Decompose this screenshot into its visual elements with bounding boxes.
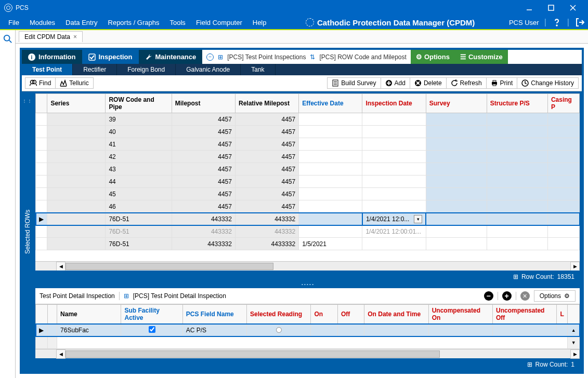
search-strip[interactable] [0,30,16,378]
cell-survey[interactable] [426,126,487,138]
menu-help[interactable]: Help [247,17,272,29]
menu-field-computer[interactable]: Field Computer [191,17,247,29]
print-button[interactable]: Print [487,78,518,88]
detail-cell-on[interactable] [311,324,337,336]
cell-casingp[interactable] [547,176,579,188]
column-header-milepost[interactable]: Milepost [172,94,235,113]
cell-survey[interactable] [426,213,487,225]
cell-inspdate[interactable] [362,200,426,213]
add-button[interactable]: Add [381,78,410,88]
detail-grid-hscroll[interactable]: ◀ ▶ [35,349,580,358]
sub-tab-galvanic-anode[interactable]: Galvanic Anode [176,64,241,75]
cell-relmilepost[interactable]: 4433332 [235,238,298,250]
cell-inspdate[interactable] [362,188,426,200]
cell-survey[interactable] [426,113,487,126]
cell-rowcode[interactable]: 45 [106,188,172,200]
detail-cell-uncompoff[interactable] [493,324,557,336]
cell-structps[interactable] [487,126,547,138]
cell-effdate[interactable] [299,176,362,188]
scroll-right-icon[interactable]: ▶ [570,262,580,271]
cell-rowcode[interactable]: 76D-51 [106,213,172,225]
refresh-button[interactable]: Refresh [447,78,487,88]
cell-effdate[interactable] [299,151,362,163]
cell-series[interactable] [47,138,106,151]
swap-icon[interactable]: ⇅ [310,53,315,61]
cell-structps[interactable] [487,138,547,151]
cell-survey[interactable] [426,163,487,176]
cell-casingp[interactable] [547,163,579,176]
detail-cell-selreading[interactable] [247,324,311,336]
detail-cell-uncompon[interactable] [428,324,492,336]
row-indicator-icon[interactable] [36,138,47,151]
cell-casingp[interactable] [547,225,579,238]
cell-survey[interactable] [426,200,487,213]
cell-rowcode[interactable]: 42 [106,151,172,163]
detail-col-pcsfield[interactable]: PCS Field Name [182,305,246,324]
table-row[interactable]: 3944574457 [36,113,580,126]
cell-structps[interactable] [487,225,547,238]
cell-inspdate[interactable] [362,151,426,163]
cell-milepost[interactable]: 4457 [172,188,235,200]
cell-casingp[interactable] [547,113,579,126]
cell-structps[interactable] [487,238,547,250]
cell-casingp[interactable] [547,200,579,213]
cell-inspdate[interactable]: 1/4/2021 12:00:01... [362,225,426,238]
row-indicator-icon[interactable] [36,176,47,188]
detail-add-button[interactable]: + [502,291,512,301]
menu-reports[interactable]: Reports / Graphs [103,17,165,29]
cell-series[interactable] [47,113,106,126]
detail-col-uncompoff[interactable]: Uncompensated Off [493,305,557,324]
detail-close-button[interactable]: × [520,291,530,301]
row-indicator-icon[interactable] [36,200,47,213]
cell-structps[interactable] [487,151,547,163]
cell-rowcode[interactable]: 76D-51 [106,238,172,250]
collapse-icon[interactable]: − [206,53,214,61]
table-row[interactable]: 76D-514433324433321/4/2021 12:00:01... [36,225,580,238]
table-row[interactable]: 4144574457 [36,138,580,151]
vscroll-down-icon[interactable]: ▼ [568,336,580,349]
sub-tab-test-point[interactable]: Test Point [22,64,73,75]
cell-relmilepost[interactable]: 4457 [235,151,298,163]
cell-effdate[interactable] [299,213,362,225]
cell-effdate[interactable] [299,188,362,200]
scroll-right-icon[interactable]: ▶ [570,349,580,359]
cell-effdate[interactable] [299,138,362,151]
column-header-relmilepost[interactable]: Relative Milepost [235,94,298,113]
close-tab-icon[interactable]: × [73,33,77,40]
context-link-inspections[interactable]: [PCS] Test Point Inspections [227,53,306,61]
cell-relmilepost[interactable]: 4457 [235,176,298,188]
detail-cell-l[interactable] [557,324,568,336]
cell-series[interactable] [47,176,106,188]
detail-cell-ondate[interactable] [364,324,428,336]
cell-inspdate[interactable] [362,238,426,250]
row-indicator-icon[interactable]: ▶ [36,324,48,336]
window-minimize-button[interactable] [518,0,540,16]
scroll-left-icon[interactable]: ◀ [56,262,66,271]
detail-options-button[interactable]: Options ⚙ [534,290,576,302]
cell-structps[interactable] [487,113,547,126]
mode-tab-information[interactable]: i Information [22,50,82,64]
cell-relmilepost[interactable]: 4457 [235,163,298,176]
cell-structps[interactable] [487,176,547,188]
table-row[interactable]: 4244574457 [36,151,580,163]
menu-tools[interactable]: Tools [165,17,191,29]
cell-relmilepost[interactable]: 4457 [235,200,298,213]
cell-inspdate[interactable]: 1/4/2021 12:0...▾ [362,213,426,225]
detail-col-ondate[interactable]: On Date and Time [364,305,428,324]
table-row[interactable]: 4444574457 [36,176,580,188]
mode-tab-maintenance[interactable]: Maintenance [139,50,203,64]
cell-casingp[interactable] [547,126,579,138]
detail-col-selreading[interactable]: Selected Reading [247,305,311,324]
radio-icon[interactable] [276,327,282,333]
cell-survey[interactable] [426,238,487,250]
column-header-survey[interactable]: Survey [426,94,487,113]
delete-button[interactable]: Delete [410,78,447,88]
sub-tab-foreign-bond[interactable]: Foreign Bond [117,64,176,75]
cell-series[interactable] [47,163,106,176]
row-indicator-icon[interactable] [36,188,47,200]
cell-milepost[interactable]: 4457 [172,163,235,176]
column-header-casingp[interactable]: Casing P [547,94,579,113]
dropdown-icon[interactable]: ▾ [414,215,422,223]
cell-milepost[interactable]: 4457 [172,151,235,163]
detail-col-off[interactable]: Off [337,305,364,324]
